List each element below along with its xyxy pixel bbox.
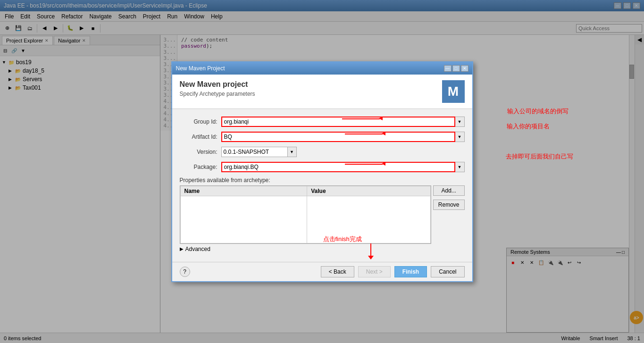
col-name: Name	[180, 186, 307, 196]
advanced-label: Advanced	[185, 246, 210, 252]
annotation-package: 去掉即可后面我们自己写	[506, 152, 573, 161]
cancel-button[interactable]: Cancel	[431, 266, 464, 277]
annotation-group-id: 输入公司的域名的倒写	[507, 107, 569, 116]
package-input[interactable]	[221, 162, 455, 172]
new-maven-project-dialog: New Maven Project — □ ✕ New Maven projec…	[171, 61, 473, 282]
properties-table-wrap: Name Value	[180, 185, 431, 244]
artifact-id-label: Artifact Id:	[180, 134, 217, 140]
package-label: Package:	[180, 164, 217, 170]
group-id-dropdown[interactable]: ▼	[455, 117, 465, 127]
annotation-finish-arrowhead	[368, 256, 374, 259]
package-dropdown[interactable]: ▼	[455, 162, 465, 172]
table-row	[180, 196, 430, 243]
annotation-artifact-id: 输入你的项目名	[507, 122, 550, 131]
artifact-id-input[interactable]	[221, 132, 455, 142]
next-button[interactable]: Next >	[358, 266, 391, 277]
properties-table: Name Value	[180, 186, 431, 243]
package-row: Package: ▼ 去掉即可后面我们自己写	[180, 162, 465, 172]
col-value: Value	[307, 186, 431, 196]
group-id-row: Group Id: ▼ 输入公司的域名的倒写	[180, 117, 465, 127]
table-cell-name[interactable]	[180, 196, 307, 243]
annotation-arrowhead-group-id	[379, 117, 383, 120]
version-dropdown[interactable]: ▼	[287, 147, 297, 157]
annotation-arrow-artifact-id	[345, 134, 383, 134]
dialog-close-btn[interactable]: ✕	[461, 65, 468, 72]
dialog-title-bar: New Maven Project — □ ✕	[172, 62, 472, 75]
dialog-header-text: New Maven project Specify Archetype para…	[180, 80, 255, 97]
dialog-header-subtitle: Specify Archetype parameters	[180, 91, 255, 97]
add-property-btn[interactable]: Add...	[433, 185, 465, 196]
group-id-input[interactable]	[221, 117, 455, 127]
dialog-title: New Maven Project	[176, 65, 225, 72]
properties-actions: Add... Remove	[433, 185, 465, 212]
annotation-finish: 点击finish完成	[323, 235, 362, 243]
dialog-header-icon: M	[442, 80, 465, 103]
artifact-id-dropdown[interactable]: ▼	[455, 132, 465, 142]
dialog-body: Group Id: ▼ 输入公司的域名的倒写 Artifact Id:	[172, 109, 472, 262]
dialog-minimize-btn[interactable]: —	[444, 65, 452, 72]
annotation-arrow-package	[345, 164, 383, 165]
footer-left: ?	[180, 267, 190, 277]
artifact-id-row: Artifact Id: ▼ 输入你的项目名	[180, 132, 465, 142]
version-input[interactable]	[221, 147, 287, 157]
dialog-footer: ? < Back Next > Finish Cancel	[172, 262, 472, 281]
properties-section: Properties available from archetype: Nam…	[180, 177, 465, 244]
artifact-id-input-wrap: ▼	[221, 132, 465, 142]
dialog-header-title: New Maven project	[180, 80, 255, 89]
dialog-header: New Maven project Specify Archetype para…	[172, 75, 472, 109]
remove-property-btn[interactable]: Remove	[433, 200, 465, 210]
annotation-arrow-group-id	[342, 118, 380, 119]
advanced-expand-icon: ▶	[180, 246, 184, 251]
group-id-label: Group Id:	[180, 118, 217, 125]
dialog-controls: — □ ✕	[444, 65, 468, 72]
modal-overlay: New Maven Project — □ ✕ New Maven projec…	[0, 0, 644, 343]
footer-right: < Back Next > Finish Cancel	[321, 266, 465, 277]
package-input-wrap: ▼	[221, 162, 465, 172]
properties-label: Properties available from archetype:	[180, 177, 465, 184]
dialog-maximize-btn[interactable]: □	[452, 65, 460, 72]
version-input-wrap: ▼	[221, 147, 297, 157]
help-button[interactable]: ?	[180, 267, 190, 277]
version-row: Version: ▼	[180, 147, 465, 157]
back-button[interactable]: < Back	[321, 266, 354, 277]
annotation-arrowhead-artifact-id	[382, 132, 385, 135]
advanced-row[interactable]: ▶ Advanced	[180, 244, 465, 254]
finish-button[interactable]: Finish	[394, 266, 427, 277]
version-label: Version:	[180, 149, 217, 155]
annotation-arrowhead-package	[382, 162, 385, 166]
